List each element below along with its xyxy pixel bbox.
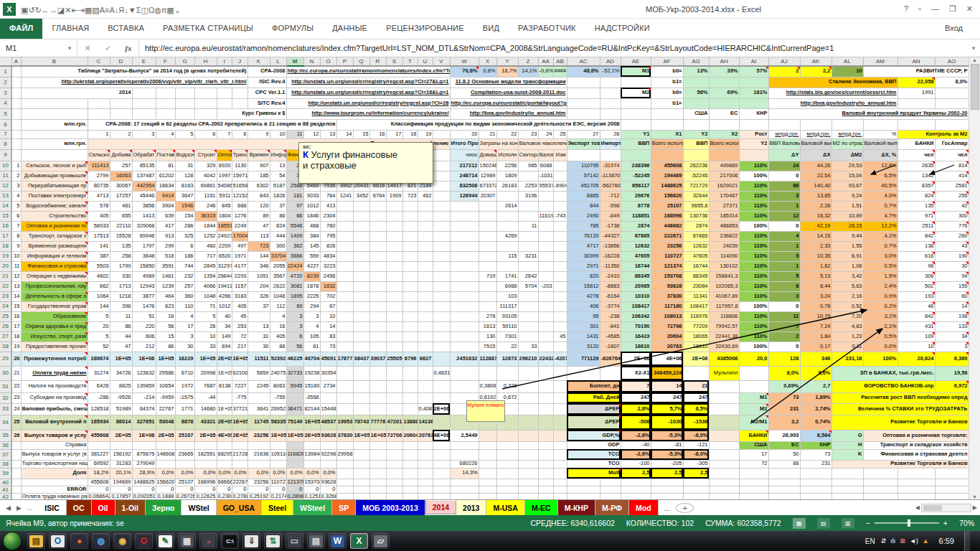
cell-AF39[interactable]: 2,5: [651, 468, 683, 479]
cell-O41[interactable]: 0: [320, 486, 336, 493]
cell-P39[interactable]: [336, 468, 353, 479]
row-header-35[interactable]: 35: [0, 430, 11, 441]
show-desktop-button[interactable]: [964, 531, 970, 551]
cell-AF23[interactable]: 37830: [651, 291, 683, 301]
cell-AC24[interactable]: 406: [567, 301, 600, 311]
cell-B41[interactable]: ERROR: [21, 486, 88, 493]
cell-AD13[interactable]: -712: [600, 191, 621, 201]
cell-AI40[interactable]: [739, 479, 768, 486]
cell-Z10[interactable]: 985: [518, 161, 538, 171]
cell-X21[interactable]: 719: [479, 271, 496, 281]
cell-AH41[interactable]: [709, 486, 739, 493]
cell-O27[interactable]: 83: [320, 331, 336, 342]
cell-L29[interactable]: 52392: [270, 352, 286, 366]
cell-AB26[interactable]: [553, 321, 567, 331]
cell-F18[interactable]: 299: [156, 241, 175, 251]
cell-AN11[interactable]: 1342: [897, 171, 935, 181]
cell-M42[interactable]: 0,28988: [286, 493, 303, 499]
cell-N18[interactable]: 145: [303, 241, 320, 251]
cell-O40[interactable]: 93628: [320, 479, 336, 486]
cell-L42[interactable]: 0,21743: [270, 493, 286, 499]
cell-D37[interactable]: 156192: [110, 449, 132, 460]
cell-AC7[interactable]: 27: [567, 130, 600, 138]
cell-AI9[interactable]: [739, 149, 768, 161]
tray-icon-3[interactable]: ◄): [910, 537, 918, 545]
cell-Z1[interactable]: 14,1%: [518, 66, 538, 77]
cancel-entry-icon[interactable]: ✕: [85, 44, 91, 53]
cell-Q39[interactable]: [353, 468, 369, 479]
cell-U27[interactable]: [418, 331, 433, 342]
cell-AD14[interactable]: -598: [600, 201, 621, 211]
cell-M14[interactable]: 97: [286, 201, 303, 211]
cell-AA22[interactable]: -203: [538, 281, 553, 291]
cell-G38[interactable]: [175, 460, 194, 468]
cell-AJ22[interactable]: 8: [768, 281, 800, 291]
cell-D22[interactable]: 1713: [110, 281, 132, 291]
cell-K38[interactable]: [248, 460, 270, 468]
cell-AA31[interactable]: [538, 380, 553, 392]
cell-AO20[interactable]: 30: [935, 261, 969, 271]
cell-N16[interactable]: 468: [303, 221, 320, 231]
cell-E28[interactable]: 212: [132, 342, 156, 352]
cell-B8[interactable]: млн.грн.: [21, 138, 88, 149]
cell-AJ6[interactable]: [768, 119, 800, 130]
cell-J18[interactable]: 497: [232, 241, 248, 251]
cell-AM18[interactable]: 0,7%: [863, 241, 897, 251]
cell-AL24[interactable]: 0,52: [831, 301, 863, 311]
cell-AO25[interactable]: 198: [935, 311, 969, 321]
cell-AM13[interactable]: 4,0%: [863, 191, 897, 201]
cell-T21[interactable]: [402, 271, 418, 281]
cell-M40[interactable]: 121376: [286, 479, 303, 486]
cell-B10[interactable]: Сельское, лесное и рыб: [21, 161, 88, 171]
cell-AG18[interactable]: 12632: [683, 241, 709, 251]
cell-D24[interactable]: 396: [110, 301, 132, 311]
cell-AO9[interactable]: чел: [935, 149, 969, 161]
cell-AH14[interactable]: 27371: [709, 201, 739, 211]
cell-T33[interactable]: [402, 403, 418, 415]
cell-AF31[interactable]: 14: [651, 380, 683, 392]
cell-AJ2[interactable]: Сталина Экономика, ВВП: [768, 77, 897, 88]
sign-in-link[interactable]: Вход: [945, 19, 980, 39]
cell-M2[interactable]: http://unstats.un.org/unsd/cr/registry/r…: [286, 77, 450, 88]
cell-AA7[interactable]: 24: [538, 130, 553, 138]
language-indicator[interactable]: EN: [865, 537, 875, 545]
sort-az-icon[interactable]: A↓: [109, 6, 118, 14]
cell-S31[interactable]: [386, 380, 402, 392]
cell-A18[interactable]: 9: [11, 241, 21, 251]
cell-E16[interactable]: 329068: [132, 221, 156, 231]
cell-H21[interactable]: 1354: [194, 271, 217, 281]
cell-A26[interactable]: 17: [11, 321, 21, 331]
cell-R34[interactable]: 77776: [369, 415, 386, 430]
sheet-tab-ISIC[interactable]: ISIC: [38, 500, 66, 515]
cell-AK42[interactable]: [800, 493, 831, 499]
cell-AM11[interactable]: 6,5%: [863, 171, 897, 181]
cell-AE21[interactable]: 88345: [621, 271, 651, 281]
cell-AL12[interactable]: 93,67: [831, 181, 863, 191]
cell-AC39[interactable]: Mult: [567, 468, 621, 479]
row-header-16[interactable]: 16: [0, 221, 11, 231]
cell-AI26[interactable]: 110%: [739, 321, 768, 331]
cell-AL15[interactable]: 10,89: [831, 211, 863, 221]
cell-S18[interactable]: [386, 241, 402, 251]
cell-AO16[interactable]: 776: [935, 221, 969, 231]
cell-B42[interactable]: Оплата труда наемных раб: [21, 493, 88, 499]
cell-V42[interactable]: [433, 493, 450, 499]
row-header-23[interactable]: 23: [0, 291, 11, 301]
cell-S37[interactable]: [386, 449, 402, 460]
cell-O28[interactable]: 73: [320, 342, 336, 352]
cell-M39[interactable]: 0,0%: [286, 468, 303, 479]
cell-I5[interactable]: Курс Гривны к $: [217, 108, 286, 119]
namebox-dropdown-icon[interactable]: ▼: [67, 45, 77, 52]
cell-AI35[interactable]: БАНКИ: [739, 430, 768, 441]
cell-J23[interactable]: 3183: [232, 291, 248, 301]
cell-AL41[interactable]: [831, 486, 863, 493]
cell-G40[interactable]: 25107: [175, 479, 194, 486]
cell-G31[interactable]: 1972: [175, 380, 194, 392]
cell-L12[interactable]: 5187: [270, 181, 286, 191]
cell-AC8[interactable]: Экспорт товаров и услуг: [567, 138, 600, 149]
cell-D40[interactable]: 194669: [110, 479, 132, 486]
cell-AA28[interactable]: [538, 342, 553, 352]
cell-T26[interactable]: [402, 321, 418, 331]
cell-AA18[interactable]: [538, 241, 553, 251]
cell-X29[interactable]: 1128876: [479, 352, 496, 366]
